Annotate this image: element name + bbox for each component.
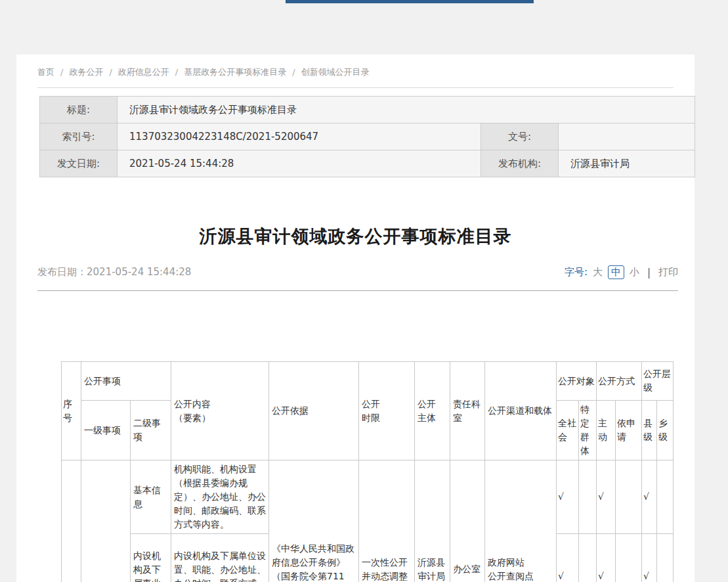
- page-title: 沂源县审计领域政务公开事项标准目录: [16, 225, 695, 248]
- header-method-on-request: 依申请: [616, 401, 642, 460]
- header-level2: 二级事项: [131, 401, 171, 460]
- font-size-medium-button[interactable]: 中: [608, 265, 624, 279]
- header-department: 责任科室: [450, 362, 485, 460]
- meta-org-label: 发布机构:: [481, 150, 559, 177]
- check-township: [657, 534, 674, 582]
- cell-level2: 基本信息: [131, 460, 171, 534]
- breadcrumb-item-chuangxin[interactable]: 创新领域公开目录: [301, 67, 370, 77]
- check-special-group: [579, 534, 597, 582]
- check-special-group: [579, 460, 597, 534]
- meta-index-label: 索引号:: [40, 123, 118, 150]
- breadcrumb: 首页/政务公开/政府信息公开/基层政务公开事项标准目录/创新领域公开目录: [37, 66, 674, 88]
- check-all-society: √: [557, 460, 579, 534]
- meta-title-label: 标题:: [40, 97, 118, 123]
- cell-subject: 沂源县审计局: [415, 460, 450, 582]
- header-level1: 一级事项: [81, 401, 131, 460]
- header-audience-all: 全社会: [557, 401, 579, 460]
- header-audience-special: 特定群体: [579, 401, 597, 460]
- table-row: 基本信息 机构职能、机构设置（根据县委编办规定）、办公地址、办公时间、邮政编码、…: [62, 460, 674, 534]
- breadcrumb-item-jiceng[interactable]: 基层政务公开事项标准目录: [184, 67, 286, 77]
- font-size-large-button[interactable]: 大: [593, 266, 603, 279]
- header-content: 公开内容 （要素）: [171, 362, 269, 460]
- header-basis: 公开依据: [269, 362, 359, 460]
- cell-channel: 政府网站 公开查阅点: [485, 460, 557, 582]
- cell-level1: [81, 460, 131, 582]
- catalog-table-container: 序号 公开事项 公开内容 （要素） 公开依据 公开 时限 公开 主体 责任科室 …: [61, 361, 695, 582]
- cell-level2: 内设机构及下属事业单位: [131, 534, 171, 582]
- meta-date-value: 2021-05-24 15:44:28: [118, 150, 481, 177]
- top-nav-accent-bar: [286, 0, 534, 3]
- header-level-township: 乡级: [657, 401, 674, 460]
- header-audience: 公开对象: [557, 362, 597, 401]
- cell-department: 办公室: [450, 460, 485, 582]
- breadcrumb-separator: /: [109, 67, 112, 77]
- header-level: 公开层级: [642, 362, 674, 401]
- breadcrumb-separator: /: [292, 67, 295, 77]
- print-separator: |: [647, 267, 651, 279]
- cell-content: 机构职能、机构设置（根据县委编办规定）、办公地址、办公时间、邮政编码、联系方式等…: [171, 460, 269, 534]
- cell-seq: [62, 460, 81, 582]
- header-open-item: 公开事项: [81, 362, 171, 401]
- cell-content: 内设机构及下属单位设置、职能、办公地址、办公时间、联系方式、负责人姓名等。: [171, 534, 269, 582]
- catalog-header-row-1: 序号 公开事项 公开内容 （要素） 公开依据 公开 时限 公开 主体 责任科室 …: [62, 362, 674, 401]
- meta-docnum-label: 文号:: [481, 123, 559, 150]
- print-button[interactable]: 打印: [658, 266, 678, 279]
- meta-docnum-value: [559, 123, 695, 150]
- meta-row-title: 标题: 沂源县审计领域政务公开事项标准目录: [40, 97, 695, 123]
- header-method: 公开方式: [597, 362, 642, 401]
- check-proactive: √: [597, 460, 616, 534]
- breadcrumb-separator: /: [175, 67, 178, 77]
- cell-basis: 《中华人民共和国政府信息公开条例》（国务院令第711号）: [269, 460, 359, 582]
- catalog-table: 序号 公开事项 公开内容 （要素） 公开依据 公开 时限 公开 主体 责任科室 …: [61, 361, 674, 582]
- header-seq: 序号: [62, 362, 81, 460]
- check-county: √: [642, 534, 657, 582]
- content-card: 首页/政务公开/政府信息公开/基层政务公开事项标准目录/创新领域公开目录 标题:…: [16, 55, 695, 582]
- document-meta-table: 标题: 沂源县审计领域政务公开事项标准目录 索引号: 1137032300422…: [39, 96, 695, 177]
- publish-date-value: 2021-05-24 15:44:28: [87, 266, 191, 278]
- meta-org-value: 沂源县审计局: [559, 150, 695, 177]
- publish-date: 发布日期：2021-05-24 15:44:28: [37, 266, 191, 279]
- cell-time-limit: 一次性公开并动态调整: [359, 460, 415, 582]
- meta-title-value: 沂源县审计领域政务公开事项标准目录: [118, 97, 695, 123]
- header-method-proactive: 主动: [597, 401, 616, 460]
- meta-date-label: 发文日期:: [40, 150, 118, 177]
- breadcrumb-item-home[interactable]: 首页: [37, 67, 54, 77]
- meta-row-date: 发文日期: 2021-05-24 15:44:28 发布机构: 沂源县审计局: [40, 150, 695, 177]
- breadcrumb-separator: /: [60, 67, 63, 77]
- header-subject: 公开 主体: [415, 362, 450, 460]
- breadcrumb-item-zhengwu[interactable]: 政务公开: [69, 67, 103, 77]
- font-size-controls: 字号: 大 中 小 | 打印: [565, 265, 678, 279]
- check-township: [657, 460, 674, 534]
- publish-date-label: 发布日期：: [37, 266, 87, 278]
- check-on-request: [616, 460, 642, 534]
- meta-row-index: 索引号: 11370323004223148C/2021-5200647 文号:: [40, 123, 695, 150]
- check-all-society: √: [557, 534, 579, 582]
- check-on-request: [616, 534, 642, 582]
- header-level-county: 县级: [642, 401, 657, 460]
- publish-info-bar: 发布日期：2021-05-24 15:44:28 字号: 大 中 小 | 打印: [37, 265, 678, 291]
- breadcrumb-item-xinxi[interactable]: 政府信息公开: [118, 67, 169, 77]
- header-channel: 公开渠道和载体: [485, 362, 557, 460]
- font-size-small-button[interactable]: 小: [630, 266, 639, 279]
- meta-index-value: 11370323004223148C/2021-5200647: [118, 123, 481, 150]
- check-county: √: [642, 460, 657, 534]
- header-time-limit: 公开 时限: [359, 362, 415, 460]
- font-size-label: 字号:: [565, 266, 588, 279]
- check-proactive: √: [597, 534, 616, 582]
